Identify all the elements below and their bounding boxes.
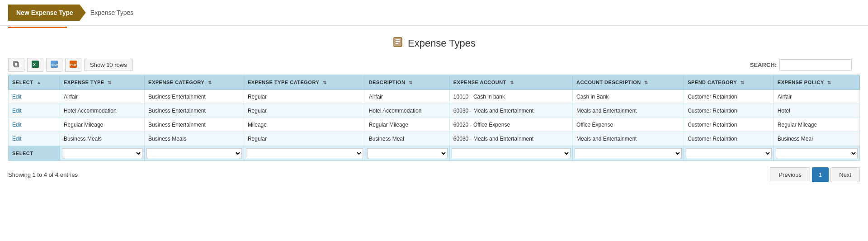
row-edit-2[interactable]: Edit [9, 118, 60, 132]
toolbar: X CSV PDF Show 10 rows SEARCH: [0, 55, 868, 75]
row-expense-category-0: Business Entertainment [145, 90, 244, 104]
breadcrumb-link[interactable]: Expense Types [90, 9, 133, 16]
pagination-section: Showing 1 to 4 of 4 entries Previous 1 N… [0, 161, 868, 189]
row-expense-type-2: Regular Mileage [60, 118, 144, 132]
svg-text:X: X [33, 62, 36, 67]
svg-text:PDF: PDF [70, 63, 77, 67]
filter-expense-category[interactable] [145, 146, 244, 161]
csv-button[interactable]: CSV [46, 58, 62, 72]
search-label: SEARCH: [750, 61, 777, 68]
table-row: Edit Airfair Business Entertainment Regu… [9, 90, 860, 104]
row-expense-account-0: 10010 - Cash in bank [449, 90, 572, 104]
table-row: Edit Regular Mileage Business Entertainm… [9, 118, 860, 132]
pagination-controls: Previous 1 Next [770, 167, 860, 182]
sort-icon-expense-category: ⇅ [208, 80, 212, 85]
sort-icon-expense-policy: ⇅ [827, 80, 831, 85]
new-expense-button[interactable]: New Expense Type [8, 5, 86, 21]
row-spend-category-3: Customer Retaintion [684, 132, 774, 146]
filter-spend-category-select[interactable] [686, 148, 772, 158]
row-expense-account-3: 60030 - Meals and Entertainment [449, 132, 572, 146]
table-container: SELECT ▲ EXPENSE TYPE ⇅ EXPENSE CATEGORY… [0, 75, 868, 161]
col-select: SELECT ▲ [9, 75, 60, 90]
filter-account-description[interactable] [573, 146, 684, 161]
next-button[interactable]: Next [830, 167, 860, 182]
expense-types-table: SELECT ▲ EXPENSE TYPE ⇅ EXPENSE CATEGORY… [8, 75, 860, 161]
filter-expense-type-select[interactable] [62, 148, 142, 158]
copy-button[interactable] [8, 58, 24, 72]
row-account-description-1: Meals and Entertainment [573, 104, 684, 118]
sort-icon-account-description: ⇅ [644, 80, 648, 85]
row-expense-account-1: 60030 - Meals and Entertainment [449, 104, 572, 118]
sort-icon-expense-type-category: ⇅ [323, 80, 327, 85]
row-expense-type-category-2: Mileage [244, 118, 365, 132]
edit-link-3[interactable]: Edit [12, 136, 22, 142]
prev-button[interactable]: Previous [770, 167, 810, 182]
page-title: Expense Types [408, 38, 476, 49]
sort-icon-select: ▲ [37, 80, 41, 85]
svg-rect-3 [396, 43, 398, 44]
table-row: Edit Business Meals Business Meals Regul… [9, 132, 860, 146]
col-description: DESCRIPTION ⇅ [365, 75, 449, 90]
sort-icon-expense-type: ⇅ [108, 80, 112, 85]
search-input[interactable] [779, 59, 852, 71]
row-edit-1[interactable]: Edit [9, 104, 60, 118]
page-title-section: Expense Types [0, 28, 868, 55]
filter-expense-category-select[interactable] [146, 148, 242, 158]
edit-link-0[interactable]: Edit [12, 94, 22, 100]
row-expense-policy-3: Business Meal [774, 132, 859, 146]
row-description-0: Airfair [365, 90, 449, 104]
table-header-row: SELECT ▲ EXPENSE TYPE ⇅ EXPENSE CATEGORY… [9, 75, 860, 90]
col-expense-type: EXPENSE TYPE ⇅ [60, 75, 144, 90]
row-spend-category-1: Customer Retaintion [684, 104, 774, 118]
sort-icon-expense-account: ⇅ [510, 80, 514, 85]
show-rows-button[interactable]: Show 10 rows [84, 59, 133, 71]
row-expense-category-3: Business Meals [145, 132, 244, 146]
row-description-1: Hotel Accommodation [365, 104, 449, 118]
row-account-description-2: Office Expense [573, 118, 684, 132]
col-expense-category: EXPENSE CATEGORY ⇅ [145, 75, 244, 90]
row-expense-category-1: Business Entertainment [145, 104, 244, 118]
row-description-3: Business Meal [365, 132, 449, 146]
filter-expense-type[interactable] [60, 146, 144, 161]
row-expense-category-2: Business Entertainment [145, 118, 244, 132]
pdf-button[interactable]: PDF [65, 58, 81, 72]
table-row: Edit Hotel Accommodation Business Entert… [9, 104, 860, 118]
col-expense-account: EXPENSE ACCOUNT ⇅ [449, 75, 572, 90]
filter-expense-account[interactable] [449, 146, 572, 161]
col-spend-category: SPEND CATEGORY ⇅ [684, 75, 774, 90]
edit-link-1[interactable]: Edit [12, 108, 22, 114]
filter-spend-category[interactable] [684, 146, 774, 161]
entries-text: Showing 1 to 4 of 4 entries [8, 171, 78, 178]
filter-expense-policy[interactable] [774, 146, 859, 161]
row-spend-category-0: Customer Retaintion [684, 90, 774, 104]
row-expense-policy-2: Regular Mileage [774, 118, 859, 132]
filter-description-select[interactable] [367, 148, 448, 158]
col-expense-policy: EXPENSE POLICY ⇅ [774, 75, 859, 90]
filter-expense-type-category-select[interactable] [246, 148, 363, 158]
filter-description[interactable] [365, 146, 449, 161]
row-edit-0[interactable]: Edit [9, 90, 60, 104]
excel-button[interactable]: X [27, 58, 43, 72]
row-expense-type-3: Business Meals [60, 132, 144, 146]
filter-expense-account-select[interactable] [452, 148, 571, 158]
col-account-description: ACCOUNT DESCRIPTION ⇅ [573, 75, 684, 90]
svg-text:CSV: CSV [52, 63, 58, 66]
svg-rect-2 [396, 41, 400, 42]
row-expense-type-1: Hotel Accommodation [60, 104, 144, 118]
row-account-description-3: Meals and Entertainment [573, 132, 684, 146]
row-edit-3[interactable]: Edit [9, 132, 60, 146]
edit-link-2[interactable]: Edit [12, 122, 22, 128]
filter-account-description-select[interactable] [575, 148, 682, 158]
filter-expense-policy-select[interactable] [776, 148, 858, 158]
row-description-2: Regular Mileage [365, 118, 449, 132]
row-expense-account-2: 60020 - Office Expense [449, 118, 572, 132]
sort-icon-spend-category: ⇅ [741, 80, 745, 85]
search-section: SEARCH: [750, 59, 860, 71]
row-expense-type-category-1: Regular [244, 104, 365, 118]
row-expense-type-0: Airfair [60, 90, 144, 104]
current-page[interactable]: 1 [812, 167, 829, 182]
filter-expense-type-category[interactable] [244, 146, 365, 161]
row-expense-type-category-0: Regular [244, 90, 365, 104]
row-account-description-0: Cash in Bank [573, 90, 684, 104]
svg-rect-1 [396, 39, 400, 40]
